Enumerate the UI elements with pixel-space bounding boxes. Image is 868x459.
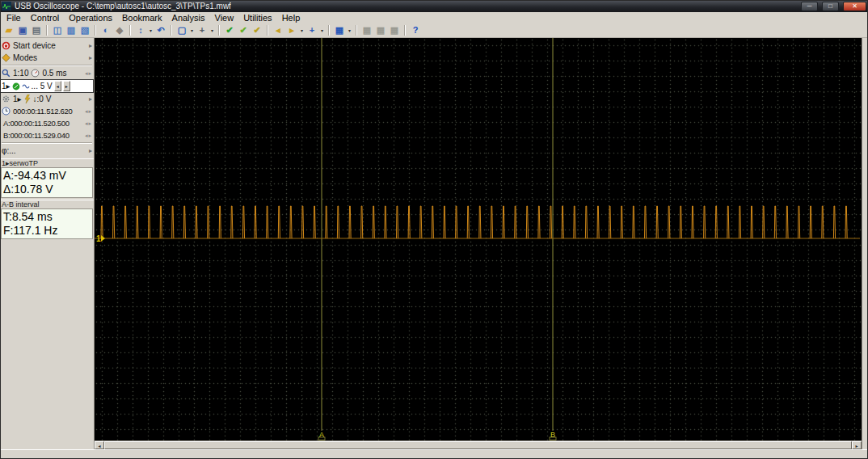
- toolbar-separator: [404, 25, 406, 36]
- spin-arrows-icon[interactable]: ◂▸: [85, 108, 92, 115]
- oscilloscope-display[interactable]: AB1: [95, 38, 862, 440]
- verify-icon[interactable]: ✔: [251, 24, 263, 36]
- toolbar-separator: [267, 25, 268, 36]
- cursor-a-time-value: A:000:00:11.520.500: [3, 119, 70, 128]
- waveform-mode-icon: [22, 82, 30, 91]
- sidebar-divider: [2, 142, 92, 144]
- sidebar-item-trigger[interactable]: 1▸ ↓:0 V ▸: [0, 93, 94, 105]
- channel-section-header: 1▸serwoTP: [0, 158, 94, 167]
- sidebar-item-modes[interactable]: Modes ▸: [0, 52, 94, 64]
- zoom-value: 1:10: [13, 69, 28, 78]
- channel-scale-value: ... 5 V: [32, 82, 53, 91]
- menu-bar: File Control Operations Bookmark Analysi…: [0, 12, 868, 23]
- measurement-panel-channel1: A:-94.43 mV Δ:10.78 V: [1, 167, 93, 198]
- scroll-right-button[interactable]: ▸: [852, 441, 862, 449]
- measurement-delta: Δ:10.78 V: [3, 183, 91, 196]
- bookmark-prev-icon[interactable]: ◂: [272, 24, 284, 36]
- zoom-tool-icon[interactable]: +: [196, 24, 209, 36]
- clock-icon: [2, 107, 11, 116]
- measure-icon[interactable]: ◐: [99, 24, 112, 36]
- save-icon[interactable]: ▣: [16, 24, 29, 36]
- measurement-period: T:8.54 ms: [3, 210, 91, 224]
- menu-item-operations[interactable]: Operations: [64, 12, 117, 23]
- timebase-gauge-icon: [31, 69, 40, 78]
- dropdown-arrow-icon[interactable]: ▾: [347, 27, 352, 33]
- dropdown-arrow-icon[interactable]: ▾: [319, 27, 325, 33]
- app-window: USB Oscilloscope - C:\temp\autosc1\autos…: [0, 0, 868, 459]
- horizontal-scrollbar[interactable]: ◂ ▸: [95, 440, 862, 449]
- help-icon[interactable]: ?: [409, 24, 422, 36]
- toolbar-separator: [46, 25, 48, 36]
- right-panel-strip: [862, 38, 868, 449]
- title-bar[interactable]: USB Oscilloscope - C:\temp\autosc1\autos…: [0, 0, 868, 12]
- interval-section-header: A-B interval: [0, 200, 94, 208]
- measurement-frequency: F:117.1 Hz: [3, 224, 91, 238]
- scrollbar-thumb[interactable]: [104, 441, 852, 449]
- close-button[interactable]: ✕: [843, 2, 866, 11]
- menu-item-view[interactable]: View: [210, 12, 239, 23]
- select-mode-icon[interactable]: ▢: [175, 24, 188, 36]
- accept-icon[interactable]: ✔: [223, 24, 236, 36]
- grid-icon[interactable]: ▦: [374, 24, 387, 36]
- trigger-level-value: ↓:0 V: [33, 95, 52, 103]
- menu-item-control[interactable]: Control: [26, 12, 64, 23]
- modes-icon: [2, 53, 11, 62]
- bookmark-next-icon[interactable]: ▸: [285, 24, 298, 36]
- toolbar-separator: [328, 25, 330, 36]
- open-icon[interactable]: ▰: [2, 24, 15, 36]
- copy-waveform-icon[interactable]: ◫: [51, 24, 64, 36]
- maximize-button[interactable]: □: [822, 2, 839, 11]
- channel-scale-decrease-button[interactable]: ◂: [54, 81, 61, 91]
- spin-arrows-icon[interactable]: ◂▸: [85, 133, 92, 139]
- print-icon[interactable]: ▤: [30, 24, 43, 36]
- toolbar-separator: [95, 25, 96, 36]
- measurement-panel-interval: T:8.54 ms F:117.1 Hz: [1, 208, 93, 239]
- sidebar-item-phase[interactable]: φ:... ▸: [0, 145, 94, 157]
- menu-item-file[interactable]: File: [2, 12, 26, 23]
- dropdown-arrow-icon[interactable]: ▾: [148, 27, 154, 33]
- magnifier-icon: [2, 69, 11, 78]
- report-icon[interactable]: ▦: [360, 24, 373, 36]
- sidebar-item-start-device[interactable]: Start device ▸: [0, 40, 94, 52]
- sidebar-item-current-time[interactable]: 000:00:11.512.620 ◂▸: [0, 105, 94, 117]
- dropdown-arrow-icon[interactable]: ▾: [299, 27, 305, 33]
- paste-icon[interactable]: ▥: [65, 24, 78, 36]
- add-bookmark-icon[interactable]: +: [305, 24, 318, 36]
- minimize-button[interactable]: ─: [801, 2, 818, 11]
- pin-icon[interactable]: ◆: [113, 24, 126, 36]
- current-time-value: 000:00:11.512.620: [13, 107, 72, 116]
- channel-settings-field[interactable]: 1▸ ... 5 V ◂ ▸: [0, 79, 94, 93]
- menu-item-utilities[interactable]: Utilities: [238, 12, 276, 23]
- chart-icon[interactable]: ▦: [388, 24, 401, 36]
- dropdown-arrow-icon[interactable]: ▾: [209, 27, 215, 33]
- undo-icon[interactable]: ↶: [154, 24, 167, 36]
- toolbar: ▰▣▤◫▥▧◐◆↕▾↶▢▾+▾✔✔✔◂▸▾+▾▦▾▦▦▦?: [0, 23, 868, 38]
- clipboard-icon[interactable]: ▧: [78, 24, 91, 36]
- sidebar-item-zoom-timebase[interactable]: 1:10 0.5 ms ◂▸: [0, 67, 94, 79]
- dropdown-arrow-icon[interactable]: ▾: [189, 27, 195, 33]
- accept-all-icon[interactable]: ✔: [237, 24, 250, 36]
- channel-scale-increase-button[interactable]: ▸: [63, 81, 70, 91]
- control-sidebar: Start device ▸ Modes ▸ 1:10: [0, 38, 95, 449]
- sidebar-item-cursor-b-time[interactable]: B:000:00:11.529.040 ◂▸: [0, 129, 94, 141]
- waveform-trace: [101, 206, 847, 238]
- chevron-right-icon: ▸: [89, 147, 92, 154]
- menu-item-bookmark[interactable]: Bookmark: [117, 12, 167, 23]
- window-title: USB Oscilloscope - C:\temp\autosc1\autos…: [15, 2, 231, 11]
- menu-item-help[interactable]: Help: [277, 12, 305, 23]
- toolbar-separator: [171, 25, 172, 36]
- scope-column: AB1 ◂ ▸: [95, 38, 862, 449]
- spin-arrows-icon[interactable]: ◂▸: [85, 70, 92, 77]
- reorder-icon[interactable]: ↕: [134, 24, 147, 36]
- menu-item-analysis[interactable]: Analysis: [167, 12, 210, 23]
- sidebar-item-cursor-a-time[interactable]: A:000:00:11.520.500 ◂▸: [0, 117, 94, 129]
- marker-table-icon[interactable]: ▦: [333, 24, 346, 36]
- measurement-cursor-a: A:-94.43 mV: [3, 169, 91, 183]
- lightning-icon: [24, 95, 31, 103]
- chevron-right-icon: ▸: [89, 95, 92, 103]
- svg-text:1: 1: [96, 234, 101, 243]
- phase-label: φ:...: [2, 146, 16, 155]
- scroll-left-button[interactable]: ◂: [95, 441, 104, 449]
- toolbar-separator: [218, 25, 220, 36]
- spin-arrows-icon[interactable]: ◂▸: [85, 120, 92, 127]
